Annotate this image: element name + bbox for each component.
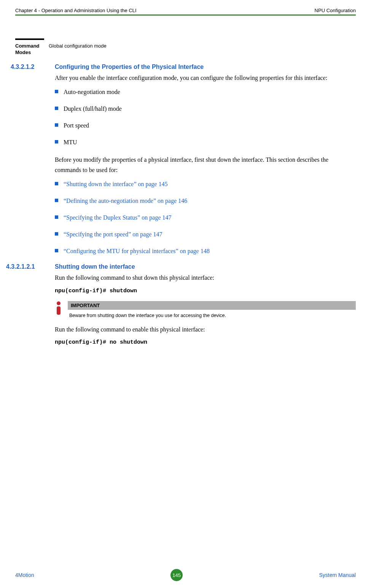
xref-link[interactable]: “Specifying the port speed” on page 147: [64, 230, 162, 239]
footer-right: System Manual: [319, 572, 356, 578]
page-footer: 4Motion 145 System Manual: [15, 569, 356, 581]
list-item: “Specifying the port speed” on page 147: [55, 230, 356, 239]
bullet-text: Port speed: [64, 121, 89, 130]
list-item: Duplex (full/half) mode: [55, 104, 356, 113]
xref-link[interactable]: “Shutting down the interface” on page 14…: [64, 180, 168, 189]
section-number: 4.3.2.1.2: [11, 64, 55, 70]
header-divider: [15, 14, 356, 16]
section1-para2: Before you modify the properties of a ph…: [55, 155, 356, 175]
section1-intro: After you enable the interface configura…: [55, 73, 356, 83]
list-item: “Shutting down the interface” on page 14…: [55, 180, 356, 189]
svg-point-0: [57, 301, 61, 305]
important-content: IMPORTANT Beware from shutting down the …: [68, 301, 356, 319]
header-left: Chapter 4 - Operation and Administration…: [15, 8, 137, 13]
list-item: Port speed: [55, 121, 356, 130]
section-heading-2: 4.3.2.1.2.1 Shutting down the interface: [15, 263, 356, 270]
bullet-text: MTU: [64, 138, 77, 147]
footer-left: 4Motion: [15, 572, 34, 578]
xref-link[interactable]: “Defining the auto-negotiation mode” on …: [64, 196, 187, 206]
bullet-text: Duplex (full/half) mode: [64, 104, 122, 113]
list-item: MTU: [55, 138, 356, 147]
command-modes-row: Command Modes Global configuration mode: [15, 40, 356, 56]
square-bullet-icon: [55, 199, 58, 202]
list-item: “Specifying the Duplex Status” on page 1…: [55, 213, 356, 222]
square-bullet-icon: [55, 232, 58, 236]
square-bullet-icon: [55, 107, 58, 110]
square-bullet-icon: [55, 90, 58, 93]
list-item: Auto-negotiation mode: [55, 88, 356, 97]
footer-page-number: 145: [170, 569, 183, 581]
important-header: IMPORTANT: [68, 301, 356, 310]
command-modes-label: Command Modes: [15, 40, 49, 56]
list-item: “Defining the auto-negotiation mode” on …: [55, 196, 356, 206]
code-block: npu(config-if)# shutdown: [55, 288, 356, 294]
square-bullet-icon: [55, 182, 58, 185]
xref-link[interactable]: “Specifying the Duplex Status” on page 1…: [64, 213, 172, 222]
section2-intro: Run the following command to shut down t…: [55, 272, 356, 283]
square-bullet-icon: [55, 215, 58, 219]
square-bullet-icon: [55, 123, 58, 127]
section2-para2: Run the following command to enable this…: [55, 324, 356, 335]
xref-link[interactable]: “Configuring the MTU for physical interf…: [64, 247, 210, 256]
svg-rect-1: [57, 306, 61, 315]
important-callout: IMPORTANT Beware from shutting down the …: [55, 301, 356, 319]
section-title: Configuring the Properties of the Physic…: [55, 64, 204, 70]
square-bullet-icon: [55, 140, 58, 143]
header-right: NPU Configuration: [315, 8, 356, 13]
important-text: Beware from shutting down the interface …: [68, 310, 356, 319]
section-heading-1: 4.3.2.1.2 Configuring the Properties of …: [15, 64, 356, 70]
section-number: 4.3.2.1.2.1: [6, 263, 55, 270]
list-item: “Configuring the MTU for physical interf…: [55, 247, 356, 256]
command-modes-value: Global configuration mode: [49, 40, 107, 49]
bullet-text: Auto-negotiation mode: [64, 88, 120, 97]
page-header: Chapter 4 - Operation and Administration…: [15, 8, 356, 14]
square-bullet-icon: [55, 249, 58, 252]
section-title: Shutting down the interface: [55, 263, 135, 270]
info-icon: [55, 301, 64, 319]
code-block: npu(config-if)# no shutdown: [55, 339, 356, 346]
